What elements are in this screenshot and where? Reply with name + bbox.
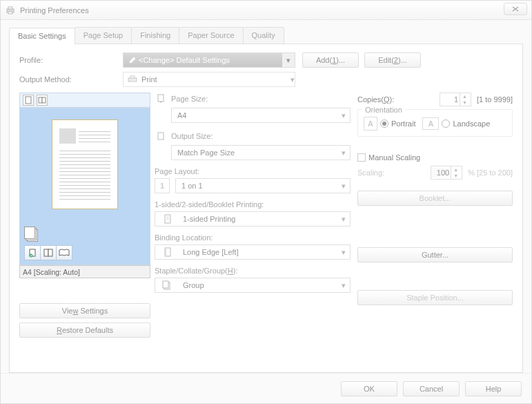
portrait-label: Portrait	[391, 119, 415, 128]
manual-scaling-row[interactable]: Manual Scaling	[357, 153, 513, 162]
client-area: Basic Settings Page Setup Finishing Pape…	[1, 20, 531, 373]
copies-label: Copies(Q):	[357, 95, 394, 104]
chevron-down-icon: ▾	[342, 248, 346, 257]
svg-rect-6	[39, 97, 42, 103]
opt-duplex-icon[interactable]	[40, 245, 57, 260]
view-settings-button[interactable]: View Settings	[19, 303, 150, 318]
spin-up-icon[interactable]: ▲	[460, 93, 469, 99]
preview-toolbar	[19, 93, 150, 108]
manual-scaling-label: Manual Scaling	[368, 153, 420, 162]
titlebar: Printing Preferences	[1, 1, 531, 20]
tab-paper-source[interactable]: Paper Source	[179, 27, 243, 44]
svg-rect-14	[165, 215, 170, 223]
chevron-down-icon: ▾	[342, 281, 346, 290]
landscape-icon: A	[422, 117, 439, 130]
svg-rect-1	[8, 7, 12, 9]
portrait-option[interactable]: A Portrait	[364, 117, 415, 131]
svg-rect-11	[48, 249, 52, 256]
output-size-combo[interactable]: Match Page Size ▾	[171, 145, 351, 160]
binding-combo[interactable]: Long Edge [Left] ▾	[155, 244, 351, 260]
tab-basic-settings[interactable]: Basic Settings	[9, 28, 75, 44]
tab-quality[interactable]: Quality	[243, 27, 284, 44]
scaling-spinner: ▲▼	[431, 166, 462, 180]
binding-value: Long Edge [Left]	[183, 248, 239, 256]
gutter-button[interactable]: Gutter...	[357, 247, 513, 262]
page-layout-value: 1 on 1	[181, 182, 203, 190]
output-method-value: Print	[141, 75, 157, 84]
page-size-value: A4	[177, 111, 186, 119]
portrait-radio[interactable]	[380, 119, 388, 128]
booklet-view-icon[interactable]	[37, 95, 48, 106]
page-layout-combo[interactable]: 1 on 1 ▾	[175, 178, 351, 193]
staple-position-button: Staple Position...	[357, 290, 513, 305]
spin-down-icon[interactable]: ▼	[460, 99, 469, 106]
portrait-icon: A	[364, 117, 377, 131]
restore-defaults-button[interactable]: Restore Defaults	[19, 323, 150, 338]
preview-status: A4 [Scaling: Auto]	[19, 265, 150, 278]
tab-finishing[interactable]: Finishing	[131, 27, 179, 44]
dialog-footer: OK Cancel Help	[1, 373, 531, 403]
page-size-label: Page Size:	[171, 95, 208, 103]
chevron-down-icon: ▾	[342, 215, 346, 224]
chevron-down-icon: ▾	[342, 148, 346, 157]
single-page-icon	[158, 212, 177, 226]
binding-label: Binding Location:	[155, 233, 213, 242]
window-title: Printing Preferences	[20, 6, 89, 15]
chevron-down-icon: ▾	[282, 56, 295, 65]
help-button[interactable]: Help	[465, 381, 522, 396]
svg-rect-4	[130, 76, 135, 78]
edit-profile-button[interactable]: Edit(2)...	[364, 52, 421, 68]
tab-strip: Basic Settings Page Setup Finishing Pape…	[9, 27, 523, 44]
close-button[interactable]	[504, 3, 527, 15]
svg-rect-5	[26, 97, 31, 104]
output-size-label: Output Size:	[171, 132, 213, 140]
printing-combo[interactable]: 1-sided Printing ▾	[155, 211, 351, 227]
page-size-in-icon	[155, 93, 167, 105]
svg-rect-19	[165, 248, 166, 256]
preview-canvas	[19, 108, 150, 265]
booklet-button: Booklet...	[357, 191, 513, 206]
opt-single-icon[interactable]	[24, 245, 41, 260]
svg-rect-10	[44, 249, 48, 256]
copies-range: [1 to 9999]	[477, 95, 513, 104]
scaling-input	[431, 168, 451, 177]
staple-combo[interactable]: Group ▾	[155, 278, 351, 293]
tab-page-setup[interactable]: Page Setup	[75, 27, 132, 44]
svg-rect-2	[8, 12, 12, 14]
landscape-option[interactable]: A Landscape	[422, 117, 490, 130]
svg-rect-13	[158, 133, 164, 140]
staple-value: Group	[183, 281, 204, 289]
left-settings: Page Size: A4 ▾ Output Size:	[155, 93, 351, 338]
chevron-down-icon: ▾	[342, 111, 346, 120]
ok-button[interactable]: OK	[341, 381, 397, 396]
manual-scaling-checkbox[interactable]	[357, 153, 366, 162]
page-size-combo[interactable]: A4 ▾	[171, 108, 351, 123]
svg-rect-7	[42, 97, 46, 103]
output-method-label: Output Method:	[19, 75, 123, 84]
svg-point-9	[30, 254, 33, 258]
page-view-icon[interactable]	[23, 95, 34, 106]
copies-input[interactable]	[440, 95, 460, 104]
cancel-button[interactable]: Cancel	[403, 381, 460, 396]
landscape-radio[interactable]	[442, 119, 450, 128]
copies-spinner[interactable]: ▲▼	[440, 93, 471, 106]
svg-rect-3	[128, 78, 137, 81]
profile-combo[interactable]: <Change> Default Settings ▾	[123, 52, 295, 68]
scaling-label: Scaling:	[357, 169, 384, 177]
printer-icon	[5, 5, 16, 16]
add-profile-button[interactable]: Add(1)...	[302, 52, 359, 68]
orientation-group: Orientation A Portrait A	[357, 109, 513, 137]
opt-booklet-icon[interactable]	[56, 245, 72, 260]
pencil-icon	[129, 57, 136, 64]
profile-label: Profile:	[19, 56, 123, 64]
orientation-legend: Orientation	[362, 106, 405, 114]
output-method-combo[interactable]: Print ▾	[123, 72, 295, 87]
printing-label: 1-sided/2-sided/Booklet Printing:	[155, 200, 264, 209]
profile-row: Profile: <Change> Default Settings ▾ Add…	[19, 52, 513, 68]
right-settings: Copies(Q): ▲▼ [1 to 9999] Orientation	[357, 93, 513, 338]
preview-column: A4 [Scaling: Auto] View Settings Restore…	[19, 93, 150, 338]
profile-value: <Change> Default Settings	[139, 56, 230, 64]
printing-preferences-window: Printing Preferences Basic Settings Page…	[0, 0, 532, 404]
preview-options	[24, 245, 72, 260]
svg-rect-21	[163, 281, 168, 288]
